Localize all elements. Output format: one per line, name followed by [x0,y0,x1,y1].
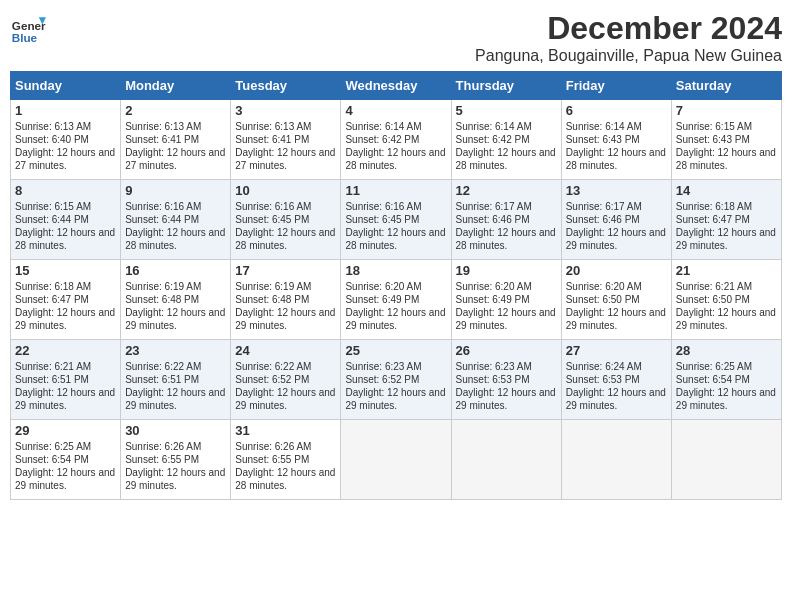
calendar-cell: 13Sunrise: 6:17 AMSunset: 6:46 PMDayligh… [561,180,671,260]
day-info: Sunrise: 6:17 AMSunset: 6:46 PMDaylight:… [456,201,556,251]
day-info: Sunrise: 6:22 AMSunset: 6:51 PMDaylight:… [125,361,225,411]
svg-text:Blue: Blue [12,31,38,44]
day-info: Sunrise: 6:14 AMSunset: 6:42 PMDaylight:… [456,121,556,171]
day-number: 31 [235,423,336,438]
logo: General Blue [10,10,46,46]
day-info: Sunrise: 6:21 AMSunset: 6:51 PMDaylight:… [15,361,115,411]
column-header-saturday: Saturday [671,72,781,100]
calendar-cell [561,420,671,500]
day-info: Sunrise: 6:13 AMSunset: 6:41 PMDaylight:… [235,121,335,171]
calendar-cell: 14Sunrise: 6:18 AMSunset: 6:47 PMDayligh… [671,180,781,260]
day-info: Sunrise: 6:15 AMSunset: 6:44 PMDaylight:… [15,201,115,251]
day-info: Sunrise: 6:19 AMSunset: 6:48 PMDaylight:… [235,281,335,331]
column-header-thursday: Thursday [451,72,561,100]
day-number: 20 [566,263,667,278]
calendar-cell: 8Sunrise: 6:15 AMSunset: 6:44 PMDaylight… [11,180,121,260]
day-number: 13 [566,183,667,198]
day-info: Sunrise: 6:23 AMSunset: 6:53 PMDaylight:… [456,361,556,411]
day-info: Sunrise: 6:24 AMSunset: 6:53 PMDaylight:… [566,361,666,411]
day-info: Sunrise: 6:20 AMSunset: 6:50 PMDaylight:… [566,281,666,331]
calendar-cell: 2Sunrise: 6:13 AMSunset: 6:41 PMDaylight… [121,100,231,180]
calendar-cell: 10Sunrise: 6:16 AMSunset: 6:45 PMDayligh… [231,180,341,260]
day-info: Sunrise: 6:17 AMSunset: 6:46 PMDaylight:… [566,201,666,251]
calendar-cell: 11Sunrise: 6:16 AMSunset: 6:45 PMDayligh… [341,180,451,260]
day-number: 15 [15,263,116,278]
page-header: General Blue December 2024 Panguna, Boug… [10,10,782,65]
day-number: 28 [676,343,777,358]
day-info: Sunrise: 6:26 AMSunset: 6:55 PMDaylight:… [235,441,335,491]
day-number: 18 [345,263,446,278]
calendar-cell [671,420,781,500]
logo-icon: General Blue [10,10,46,46]
day-info: Sunrise: 6:20 AMSunset: 6:49 PMDaylight:… [345,281,445,331]
day-number: 2 [125,103,226,118]
day-number: 9 [125,183,226,198]
day-info: Sunrise: 6:14 AMSunset: 6:43 PMDaylight:… [566,121,666,171]
calendar-cell: 29Sunrise: 6:25 AMSunset: 6:54 PMDayligh… [11,420,121,500]
calendar-cell: 15Sunrise: 6:18 AMSunset: 6:47 PMDayligh… [11,260,121,340]
calendar-cell: 28Sunrise: 6:25 AMSunset: 6:54 PMDayligh… [671,340,781,420]
day-number: 22 [15,343,116,358]
day-info: Sunrise: 6:13 AMSunset: 6:41 PMDaylight:… [125,121,225,171]
calendar-cell: 19Sunrise: 6:20 AMSunset: 6:49 PMDayligh… [451,260,561,340]
day-info: Sunrise: 6:23 AMSunset: 6:52 PMDaylight:… [345,361,445,411]
column-header-sunday: Sunday [11,72,121,100]
calendar-cell [341,420,451,500]
day-info: Sunrise: 6:25 AMSunset: 6:54 PMDaylight:… [15,441,115,491]
day-info: Sunrise: 6:18 AMSunset: 6:47 PMDaylight:… [676,201,776,251]
calendar-cell: 27Sunrise: 6:24 AMSunset: 6:53 PMDayligh… [561,340,671,420]
calendar-cell [451,420,561,500]
day-number: 14 [676,183,777,198]
day-info: Sunrise: 6:22 AMSunset: 6:52 PMDaylight:… [235,361,335,411]
calendar-week-row: 29Sunrise: 6:25 AMSunset: 6:54 PMDayligh… [11,420,782,500]
day-number: 6 [566,103,667,118]
calendar-cell: 26Sunrise: 6:23 AMSunset: 6:53 PMDayligh… [451,340,561,420]
day-number: 4 [345,103,446,118]
calendar-cell: 4Sunrise: 6:14 AMSunset: 6:42 PMDaylight… [341,100,451,180]
day-number: 23 [125,343,226,358]
day-number: 7 [676,103,777,118]
calendar-week-row: 1Sunrise: 6:13 AMSunset: 6:40 PMDaylight… [11,100,782,180]
day-number: 25 [345,343,446,358]
column-header-monday: Monday [121,72,231,100]
calendar-week-row: 8Sunrise: 6:15 AMSunset: 6:44 PMDaylight… [11,180,782,260]
day-number: 19 [456,263,557,278]
day-number: 12 [456,183,557,198]
calendar-cell: 30Sunrise: 6:26 AMSunset: 6:55 PMDayligh… [121,420,231,500]
calendar-cell: 25Sunrise: 6:23 AMSunset: 6:52 PMDayligh… [341,340,451,420]
day-info: Sunrise: 6:15 AMSunset: 6:43 PMDaylight:… [676,121,776,171]
calendar-cell: 20Sunrise: 6:20 AMSunset: 6:50 PMDayligh… [561,260,671,340]
calendar-cell: 16Sunrise: 6:19 AMSunset: 6:48 PMDayligh… [121,260,231,340]
calendar-cell: 17Sunrise: 6:19 AMSunset: 6:48 PMDayligh… [231,260,341,340]
day-number: 5 [456,103,557,118]
calendar-table: SundayMondayTuesdayWednesdayThursdayFrid… [10,71,782,500]
calendar-cell: 23Sunrise: 6:22 AMSunset: 6:51 PMDayligh… [121,340,231,420]
day-info: Sunrise: 6:20 AMSunset: 6:49 PMDaylight:… [456,281,556,331]
day-number: 17 [235,263,336,278]
day-number: 26 [456,343,557,358]
day-info: Sunrise: 6:21 AMSunset: 6:50 PMDaylight:… [676,281,776,331]
calendar-cell: 22Sunrise: 6:21 AMSunset: 6:51 PMDayligh… [11,340,121,420]
calendar-cell: 31Sunrise: 6:26 AMSunset: 6:55 PMDayligh… [231,420,341,500]
calendar-cell: 1Sunrise: 6:13 AMSunset: 6:40 PMDaylight… [11,100,121,180]
calendar-cell: 6Sunrise: 6:14 AMSunset: 6:43 PMDaylight… [561,100,671,180]
day-number: 27 [566,343,667,358]
day-info: Sunrise: 6:14 AMSunset: 6:42 PMDaylight:… [345,121,445,171]
title-block: December 2024 Panguna, Bougainville, Pap… [475,10,782,65]
column-header-wednesday: Wednesday [341,72,451,100]
day-number: 24 [235,343,336,358]
day-info: Sunrise: 6:16 AMSunset: 6:44 PMDaylight:… [125,201,225,251]
calendar-cell: 18Sunrise: 6:20 AMSunset: 6:49 PMDayligh… [341,260,451,340]
day-number: 10 [235,183,336,198]
day-info: Sunrise: 6:13 AMSunset: 6:40 PMDaylight:… [15,121,115,171]
calendar-week-row: 22Sunrise: 6:21 AMSunset: 6:51 PMDayligh… [11,340,782,420]
column-header-tuesday: Tuesday [231,72,341,100]
calendar-cell: 5Sunrise: 6:14 AMSunset: 6:42 PMDaylight… [451,100,561,180]
day-info: Sunrise: 6:26 AMSunset: 6:55 PMDaylight:… [125,441,225,491]
day-info: Sunrise: 6:16 AMSunset: 6:45 PMDaylight:… [235,201,335,251]
location-title: Panguna, Bougainville, Papua New Guinea [475,47,782,65]
calendar-header-row: SundayMondayTuesdayWednesdayThursdayFrid… [11,72,782,100]
calendar-cell: 24Sunrise: 6:22 AMSunset: 6:52 PMDayligh… [231,340,341,420]
day-number: 29 [15,423,116,438]
day-number: 21 [676,263,777,278]
